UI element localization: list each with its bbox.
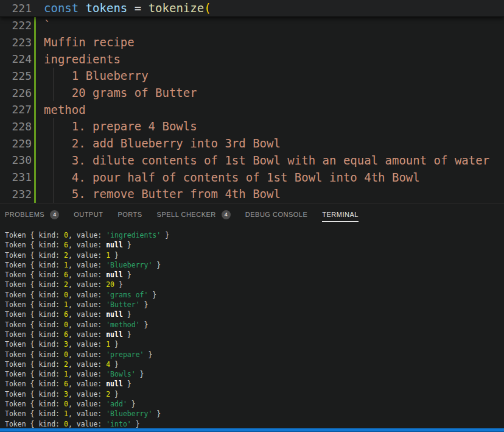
token-mid: , value: [68, 291, 106, 299]
token-prefix: Token { kind: [5, 261, 64, 269]
token-kind-value: 0 [64, 231, 68, 239]
code-token: tokenize [149, 1, 205, 15]
line-number[interactable]: 229 [0, 138, 32, 149]
panel-tab-bar[interactable]: PROBLEMS4OUTPUTPORTSSPELL CHECKER4DEBUG … [0, 204, 504, 225]
terminal-line: Token { kind: 1, value: 'Bowls' } [5, 369, 504, 379]
code-line[interactable]: 230 3. dilute contents of 1st Bowl with … [0, 152, 504, 169]
token-value: 'grams of' [106, 291, 148, 299]
line-number[interactable]: 226 [0, 88, 32, 99]
line-number[interactable]: 222 [0, 20, 32, 31]
token-mid: , value: [68, 330, 106, 339]
terminal-line: Token { kind: 0, value: 'method' } [5, 320, 504, 330]
token-prefix: Token { kind: [5, 350, 64, 359]
code-text: method [36, 104, 86, 116]
tab-problems[interactable]: PROBLEMS4 [5, 204, 59, 225]
code-line[interactable]: 226 20 grams of Butter [0, 85, 504, 102]
token-mid: , value: [68, 380, 106, 388]
line-number[interactable]: 228 [0, 121, 32, 132]
code-text: 3. dilute contents of 1st Bowl with an e… [36, 155, 489, 166]
code-line[interactable]: 223Muffin recipe [0, 34, 504, 51]
code-line[interactable]: 232 5. remove Butter from 4th Bowl [0, 186, 504, 203]
token-suffix: } [110, 340, 119, 349]
tab-label: TERMINAL [322, 211, 359, 218]
token-kind-value: 2 [64, 280, 68, 289]
token-kind-value: 1 [64, 261, 68, 269]
code-line[interactable]: 228 1. prepare 4 Bowls [0, 118, 504, 135]
line-number[interactable]: 232 [0, 189, 32, 200]
token-value: 20 [106, 280, 114, 289]
code-line[interactable]: 229 2. add Blueberry into 3rd Bowl [0, 135, 504, 152]
status-bar[interactable] [0, 428, 504, 432]
terminal-line: Token { kind: 0, value: 'grams of' } [5, 290, 504, 300]
code-line[interactable]: 231 4. pour half of contents of 1st Bowl… [0, 169, 504, 186]
token-prefix: Token { kind: [5, 251, 64, 260]
token-value: 'Bowls' [106, 370, 135, 378]
terminal-output[interactable]: Token { kind: 0, value: 'ingredients' }T… [0, 225, 504, 432]
line-number[interactable]: 225 [0, 71, 32, 82]
token-mid: , value: [68, 370, 106, 378]
terminal-line: Token { kind: 6, value: null } [5, 379, 504, 389]
line-number[interactable]: 223 [0, 37, 32, 48]
token-prefix: Token { kind: [5, 300, 64, 309]
token-kind-value: 0 [64, 320, 68, 329]
token-mid: , value: [68, 280, 106, 289]
bottom-panel: PROBLEMS4OUTPUTPORTSSPELL CHECKER4DEBUG … [0, 203, 504, 432]
token-mid: , value: [68, 231, 106, 239]
token-suffix: } [110, 251, 119, 260]
line-number[interactable]: 230 [0, 155, 32, 166]
token-kind-value: 3 [64, 340, 68, 349]
terminal-line: Token { kind: 6, value: null } [5, 330, 504, 339]
tab-terminal[interactable]: TERMINAL [322, 204, 359, 225]
token-suffix: } [152, 261, 161, 269]
line-number[interactable]: 224 [0, 54, 32, 65]
terminal-line: Token { kind: 0, value: 'prepare' } [5, 350, 504, 359]
line-number[interactable]: 227 [0, 104, 32, 115]
terminal-line: Token { kind: 3, value: 1 } [5, 339, 504, 349]
terminal-line: Token { kind: 2, value: 4 } [5, 359, 504, 369]
token-mid: , value: [68, 320, 106, 329]
terminal-line: Token { kind: 3, value: 2 } [5, 389, 504, 399]
tab-ports[interactable]: PORTS [117, 204, 142, 225]
token-suffix: } [110, 360, 119, 369]
line-number[interactable]: 221 [0, 3, 32, 14]
token-kind-value: 0 [64, 291, 68, 299]
token-kind-value: 1 [64, 300, 68, 309]
tab-output[interactable]: OUTPUT [74, 204, 103, 225]
terminal-line: Token { kind: 1, value: 'Butter' } [5, 300, 504, 310]
tab-debug-console[interactable]: DEBUG CONSOLE [245, 204, 307, 225]
token-kind-value: 6 [64, 310, 68, 319]
token-mid: , value: [68, 360, 106, 369]
code-line[interactable]: 227method [0, 101, 504, 118]
token-value: null [106, 271, 123, 279]
code-line[interactable]: 225 1 Blueberry [0, 68, 504, 85]
code-line[interactable]: 222` [0, 17, 504, 34]
token-suffix: } [148, 291, 156, 299]
token-kind-value: 2 [64, 251, 68, 260]
code-text: 5. remove Butter from 4th Bowl [36, 188, 281, 200]
code-line[interactable]: 224ingredients [0, 51, 504, 68]
terminal-line: Token { kind: 1, value: 'Blueberry' } [5, 260, 504, 270]
sticky-scroll-line[interactable]: 221 const tokens = tokenize( [0, 0, 504, 17]
line-number[interactable]: 231 [0, 172, 32, 183]
token-kind-value: 0 [64, 350, 68, 359]
token-value: null [106, 330, 123, 339]
token-value: 'Blueberry' [106, 261, 152, 269]
token-value: null [106, 380, 123, 388]
tab-spell-checker[interactable]: SPELL CHECKER4 [157, 204, 231, 225]
code-token: tokens [86, 1, 128, 15]
token-value: 'Blueberry' [106, 409, 152, 418]
token-mid: , value: [68, 310, 106, 319]
code-token: const [44, 1, 79, 15]
token-prefix: Token { kind: [5, 241, 64, 249]
code-text: 1. prepare 4 Bowls [36, 121, 197, 132]
code-lines[interactable]: 222`223Muffin recipe224ingredients225 1 … [0, 17, 504, 203]
token-kind-value: 6 [64, 330, 68, 339]
token-mid: , value: [68, 251, 106, 260]
terminal-line: Token { kind: 2, value: 1 } [5, 250, 504, 260]
token-prefix: Token { kind: [5, 330, 64, 339]
code-editor[interactable]: 221 const tokens = tokenize( 222`223Muff… [0, 0, 504, 203]
tab-label: SPELL CHECKER [157, 211, 216, 218]
tab-label: OUTPUT [74, 211, 103, 218]
code-text: Muffin recipe [36, 37, 135, 48]
token-suffix: } [123, 330, 131, 339]
